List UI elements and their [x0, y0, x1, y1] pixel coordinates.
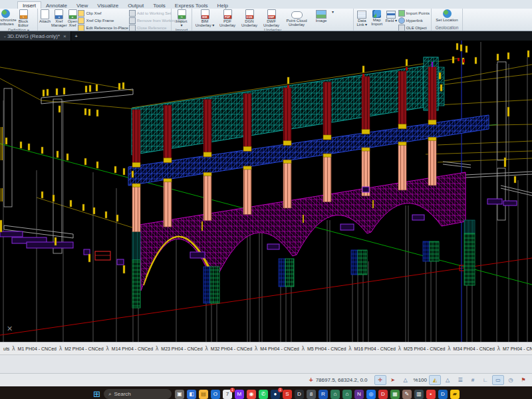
layout-tab[interactable]: M7 PH04 - CNCed — [501, 346, 532, 351]
sketchup-icon[interactable]: S — [283, 390, 292, 399]
pdf-underlay-button[interactable]: PDF PDF Underlay — [217, 9, 238, 28]
outlook-icon[interactable]: O — [211, 390, 220, 399]
layout-tab[interactable]: M1 PH04 - CNCed — [16, 346, 59, 351]
file-tab-close-icon[interactable]: × — [63, 33, 66, 39]
xref-manager-button[interactable]: x Xref Manager — [51, 9, 67, 28]
synchronize-attributes-button[interactable]: Synchronize Attributes — [0, 9, 14, 27]
adobe-icon[interactable]: ▪ — [426, 390, 436, 399]
layout-tab[interactable]: M34 PH04 - CNCed — [452, 346, 497, 351]
disc-icon[interactable]: D — [295, 390, 304, 399]
start-button[interactable]: ⊞ — [93, 390, 100, 398]
profile-icon[interactable]: ●1 — [271, 390, 280, 399]
set-location-button[interactable]: Set Location — [435, 9, 459, 22]
layout-tab[interactable]: M16 PH04 - CNCed — [352, 346, 398, 351]
tab-view[interactable]: View — [72, 2, 92, 9]
import-button[interactable]: ➞ Import▾ — [173, 9, 190, 28]
calendar-icon[interactable]: 71 — [223, 390, 232, 399]
workspace-icon[interactable]: ☰ — [454, 375, 466, 385]
clip-xref-button[interactable]: Clip Xref — [78, 10, 128, 17]
image-button[interactable]: Image — [311, 9, 331, 23]
data-link-button[interactable]: Data Link ▾ — [355, 9, 369, 27]
field-button[interactable]: Field ▾ — [385, 9, 398, 23]
annotation-visibility-icon[interactable]: ◭ — [429, 375, 441, 385]
clock-icon[interactable]: ◷ — [505, 375, 517, 385]
tracking-marker-icon: + — [309, 376, 313, 384]
layout-tab[interactable]: M23 PH04 - CNCed — [159, 346, 204, 351]
paint-icon[interactable]: ✎ — [402, 390, 412, 399]
layout-tab[interactable]: M5 PH04 - CNCed — [305, 346, 348, 351]
isodraft-icon[interactable]: △ — [400, 375, 412, 385]
hyperlink-button[interactable]: Hyperlink — [398, 17, 430, 24]
point-cloud-underlay-button[interactable]: Point Cloud Underlay — [283, 9, 311, 27]
command-line-area[interactable] — [0, 354, 532, 373]
snap-marker-icon[interactable]: ✛ — [374, 375, 386, 385]
tab-express-tools[interactable]: Express Tools — [170, 2, 213, 9]
grid-icon[interactable]: # — [467, 375, 479, 385]
chrome-icon[interactable]: ◉ — [247, 390, 256, 399]
layout-tab[interactable]: M2 PH04 - CNCed — [63, 346, 105, 351]
attach-button[interactable]: Attach — [39, 9, 51, 23]
notification-badge: 1 — [230, 388, 235, 392]
taskbar-app-icons: ▣◧▤O71M◉✆●1SD8R⌂⌂N◎D▦✎▥▪D▰ — [175, 390, 460, 399]
drawing-canvas[interactable]: ✕ — [0, 41, 532, 342]
visual-studio-icon[interactable]: N — [354, 390, 364, 399]
layout-tab[interactable]: M4 PH04 - CNCed — [258, 346, 301, 351]
open-xref-button[interactable]: o Open Xref — [68, 9, 78, 28]
office-icon[interactable]: M — [235, 390, 244, 399]
tab-annotate[interactable]: Annotate — [41, 2, 72, 9]
layout-tab[interactable]: uts — [1, 346, 11, 351]
layout-tab[interactable]: M14 PH04 - CNCed — [110, 346, 155, 351]
tab-insert[interactable]: Insert — [17, 1, 41, 9]
home-alt-icon[interactable]: ⌂ — [342, 390, 352, 399]
dgn-underlay-button[interactable]: DGN DGN Underlay — [239, 9, 260, 28]
d-red-icon[interactable]: D — [378, 390, 388, 399]
ribbon-tab-row: Insert Annotate View Visualize Output To… — [0, 0, 532, 9]
autoscale-icon[interactable]: △ — [442, 375, 454, 385]
dwf-underlay-button[interactable]: DWF DWF Underlay — [261, 9, 282, 28]
tab-help[interactable]: Help — [212, 2, 232, 9]
ole-object-button[interactable]: OLE Object — [398, 25, 430, 31]
coordinates-readout: 78697.5, 68324.2, 0.0 — [316, 377, 368, 383]
photos-icon[interactable]: ▦ — [390, 390, 400, 399]
attach-icon — [41, 9, 49, 19]
file-explorer-icon[interactable]: ▤ — [199, 390, 208, 399]
eight-ball-icon[interactable]: 8 — [307, 390, 316, 399]
map-import-button[interactable]: Map Import — [370, 9, 384, 27]
import-points-button[interactable]: Import Points — [398, 10, 430, 17]
annotation-scale-label[interactable]: %100 — [412, 375, 428, 385]
maps-icon[interactable]: ◎ — [366, 390, 376, 399]
tab-visualize[interactable]: Visualize — [92, 2, 123, 9]
block-editor-icon: \ — [19, 9, 28, 19]
image-icon — [316, 10, 327, 19]
briefcase-icon[interactable]: ▥ — [414, 390, 424, 399]
trace-icon[interactable]: ➤ — [387, 375, 399, 385]
edit-reference-in-place-button[interactable]: Edit Reference In-Place — [78, 25, 128, 31]
file-tab-label: - 3D.DWG (Read-only)* — [4, 33, 60, 39]
autocad-window: Insert Annotate View Visualize Output To… — [0, 0, 532, 399]
add-working-set-icon — [129, 10, 136, 17]
whatsapp-icon[interactable]: ✆ — [259, 390, 268, 399]
bim-underlay-button[interactable]: BIM BIM Underlay ▾ — [194, 9, 216, 28]
layout-tab[interactable]: M25 PH04 - CNCed — [402, 346, 447, 351]
xref-clip-frame-button[interactable]: Xref Clip Frame — [78, 17, 128, 24]
panel-label-definition[interactable]: Definition ▾ — [0, 28, 37, 31]
taskbar-search[interactable]: ⌕ Search — [104, 389, 172, 399]
record-icon[interactable]: ⚑ — [517, 375, 529, 385]
clean-screen-icon[interactable]: ▭ — [492, 375, 504, 385]
docs-icon[interactable]: D — [438, 390, 448, 399]
tab-tools[interactable]: Tools — [148, 2, 170, 9]
underlay-dropdown[interactable]: ▾ — [332, 9, 334, 14]
widgets-icon[interactable]: ◧ — [187, 390, 196, 399]
block-editor-button[interactable]: \ Block Editor — [15, 9, 32, 28]
home-icon[interactable]: ⌂ — [331, 390, 340, 399]
task-view-icon[interactable]: ▣ — [175, 390, 184, 399]
tab-output[interactable]: Output — [123, 2, 148, 9]
status-bar: + 78697.5, 68324.2, 0.0 ✛➤△%100◭△☰#∟▭◷⚑ — [0, 373, 532, 386]
file-tab-active[interactable]: - 3D.DWG (Read-only)* × — [0, 31, 71, 41]
notes-icon[interactable]: ▰ — [450, 390, 460, 399]
layout-tab[interactable]: M32 PH04 - CNCed — [209, 346, 254, 351]
dynamic-ucs-icon[interactable]: ∟ — [479, 375, 491, 385]
revit-icon[interactable]: R — [319, 390, 328, 399]
layout-tab-bar: utsλM1 PH04 - CNCedλM2 PH04 - CNCedλM14 … — [0, 342, 532, 354]
new-file-tab-button[interactable]: + — [71, 31, 82, 41]
